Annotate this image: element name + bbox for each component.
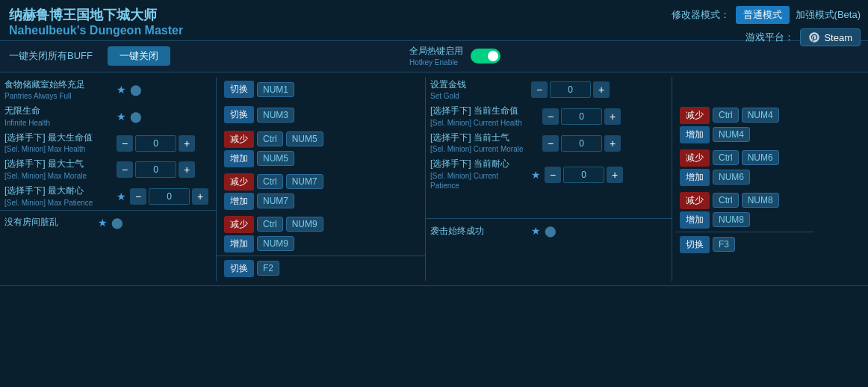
sel-max-morale-minus-btn[interactable]: − [117,161,133,178]
hotkey-toggle[interactable] [471,49,500,64]
sel-max-morale-label-en: [Sel. Minion] Max Morale [4,171,113,181]
sel-cur-health-reduce-btn[interactable]: 减少 [680,107,710,124]
sel-max-health-row: [选择手下] 最大生命值 [Sel. Minion] Max Health − … [0,130,216,157]
pantries-toggle-icon[interactable]: ⬤ [130,84,142,96]
steam-icon [808,31,820,43]
sel-cur-patience-increase-btn[interactable]: 增加 [680,211,710,229]
close-all-btn[interactable]: 一键关闭 [108,46,170,66]
sel-max-patience-num9-key[interactable]: NUM9 [286,217,323,232]
sel-cur-patience-num-control: − + [545,167,623,183]
infinite-health-switch-btn[interactable]: 切换 [224,106,254,123]
sel-cur-health-num4-key[interactable]: NUM4 [742,108,779,123]
sel-max-morale-ctrl-key[interactable]: Ctrl [257,174,283,189]
sel-max-health-plus-btn[interactable]: + [179,135,195,152]
close-all-label: 一键关闭所有BUFF [9,49,93,63]
sel-cur-patience-num8-key[interactable]: NUM8 [742,193,779,208]
sel-max-patience-plus-btn[interactable]: + [192,188,208,205]
infinite-health-key-num[interactable]: NUM3 [257,108,294,123]
sel-cur-patience-reduce-btn[interactable]: 减少 [680,192,710,209]
toolbar: 一键关闭所有BUFF 一键关闭 全局热键启用 Hotkey Enable [0,41,868,72]
infinite-health-label-cn: 无限生命 [4,105,113,117]
infinite-health-row: 无限生命 Infinite Health ★ ⬤ [0,103,216,130]
sel-max-morale-num7-inc-key[interactable]: NUM7 [257,194,294,208]
sel-max-health-num5-inc-key[interactable]: NUM5 [257,151,294,166]
sel-cur-morale-ctrl-key[interactable]: Ctrl [713,150,739,165]
platform-bar: 游戏平台： Steam [745,28,861,46]
no-room-mess-toggle-icon[interactable]: ⬤ [111,217,123,229]
set-gold-label-cn: 设置金钱 [430,79,527,91]
no-room-mess-star-icon[interactable]: ★ [98,217,108,229]
sel-max-health-reduce-btn[interactable]: 减少 [224,131,254,148]
sel-max-patience-minus-btn[interactable]: − [130,188,146,205]
infinite-health-toggle-icon[interactable]: ⬤ [130,111,142,123]
mode-label: 修改器模式： [672,8,730,22]
set-gold-plus-btn[interactable]: + [593,81,610,98]
sel-max-health-num-control: − + [117,135,195,152]
pantries-keybind: 切换 NUM1 [217,77,425,102]
sel-cur-morale-increase-btn[interactable]: 增加 [680,169,710,186]
sel-cur-morale-input[interactable] [561,135,602,152]
sel-cur-patience-plus-btn[interactable]: + [607,167,623,183]
sel-max-health-minus-btn[interactable]: − [117,135,133,152]
sel-cur-health-plus-btn[interactable]: + [604,108,621,125]
sel-max-health-increase-btn[interactable]: 增加 [224,150,254,167]
sel-max-morale-reduce-btn[interactable]: 减少 [224,173,254,191]
sel-cur-patience-label-en: [Sel. Minion] Current Patience [430,171,527,191]
sel-max-health-input[interactable] [135,135,176,152]
set-gold-label-en: Set Gold [430,91,527,101]
set-gold-minus-btn[interactable]: − [531,81,548,98]
normal-mode-btn[interactable]: 普通模式 [736,6,790,24]
sel-cur-morale-num6-key[interactable]: NUM6 [742,150,779,165]
pantries-row: 食物储藏室始终充足 Pantries Always Full ★ ⬤ [0,77,216,104]
pantries-star-icon[interactable]: ★ [117,84,126,96]
sel-cur-morale-reduce-btn[interactable]: 减少 [680,149,710,167]
sel-max-patience-ctrl-key[interactable]: Ctrl [257,217,283,232]
sel-max-patience-star-icon[interactable]: ★ [117,191,126,202]
sel-max-patience-keybind: 减少 Ctrl NUM9 增加 NUM9 [217,213,425,256]
attack-success-star-icon[interactable]: ★ [531,225,541,237]
sel-max-patience-num9-inc-key[interactable]: NUM9 [257,236,294,251]
attack-success-toggle-icon[interactable]: ⬤ [545,225,557,237]
sel-max-patience-increase-btn[interactable]: 增加 [224,235,254,253]
sel-cur-morale-label-en: [Sel. Minion] Current Morale [430,144,539,154]
sel-cur-health-ctrl-key[interactable]: Ctrl [713,108,739,123]
no-room-mess-switch-btn[interactable]: 切换 [224,260,254,277]
sel-cur-patience-input[interactable] [563,167,604,183]
sel-max-morale-num7-key[interactable]: NUM7 [286,174,323,189]
sel-max-morale-plus-btn[interactable]: + [179,161,195,178]
sel-max-morale-increase-btn[interactable]: 增加 [224,193,254,210]
sel-cur-health-increase-btn[interactable]: 增加 [680,126,710,143]
sel-cur-health-minus-btn[interactable]: − [542,108,559,125]
sel-cur-health-input[interactable] [561,108,602,125]
attack-success-switch-btn[interactable]: 切换 [680,236,710,253]
sel-max-morale-label-cn: [选择手下] 最大士气 [4,158,113,170]
infinite-health-label-en: Infinite Health [4,118,113,128]
sel-cur-health-num4-inc-key[interactable]: NUM4 [713,127,750,142]
sel-max-health-label-cn: [选择手下] 最大生命值 [4,132,113,144]
sel-max-patience-input[interactable] [149,188,190,205]
pantries-key-num[interactable]: NUM1 [257,82,294,97]
beta-mode-btn[interactable]: 加强模式(Beta) [796,8,861,22]
sel-cur-patience-num8-inc-key[interactable]: NUM8 [713,212,750,227]
sel-cur-morale-num-control: − + [542,135,621,152]
steam-label: Steam [824,32,852,43]
sel-max-morale-input[interactable] [135,161,176,178]
steam-btn[interactable]: Steam [800,28,861,46]
sel-max-patience-reduce-btn[interactable]: 减少 [224,216,254,233]
set-gold-input[interactable] [550,81,591,98]
attack-success-key-f3[interactable]: F3 [713,237,735,252]
pantries-switch-btn[interactable]: 切换 [224,81,254,98]
pantries-label-en: Pantries Always Full [4,91,113,101]
sel-cur-patience-ctrl-key[interactable]: Ctrl [713,193,739,208]
sel-max-health-num5-key[interactable]: NUM5 [286,131,323,146]
sel-cur-patience-star-icon[interactable]: ★ [531,169,541,181]
sel-cur-morale-plus-btn[interactable]: + [604,135,621,152]
sel-cur-morale-minus-btn[interactable]: − [542,135,559,152]
mode-bar: 修改器模式： 普通模式 加强模式(Beta) [672,6,861,24]
sel-cur-morale-num6-inc-key[interactable]: NUM6 [713,170,750,185]
sel-cur-health-keybind: 减少 Ctrl NUM4 增加 NUM4 [675,104,814,146]
no-room-mess-key-f2[interactable]: F2 [257,261,279,276]
sel-max-health-ctrl-key[interactable]: Ctrl [257,131,283,146]
sel-cur-patience-minus-btn[interactable]: − [545,167,561,183]
infinite-health-star-icon[interactable]: ★ [117,111,126,123]
